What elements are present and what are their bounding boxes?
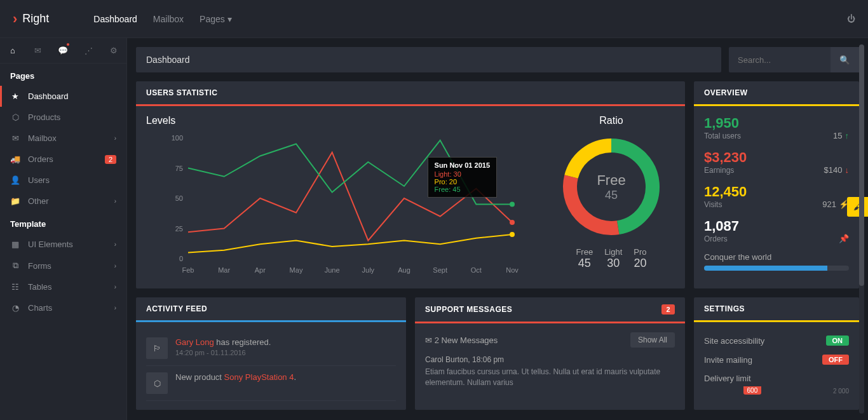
svg-text:0: 0 (179, 255, 183, 262)
user-icon: 👤 (10, 175, 20, 185)
ratio-legend: Free45 Light30 Pro20 (548, 247, 675, 270)
notification-dot (67, 43, 69, 46)
home-icon: ⌂ (10, 46, 15, 55)
svg-text:Mar: Mar (218, 266, 230, 274)
tab-settings[interactable]: ⚙ (101, 38, 126, 63)
copy-icon: ⧉ (10, 261, 20, 271)
sidebar-item-users[interactable]: 👤Users (0, 170, 126, 191)
envelope-icon: ✉ (10, 133, 20, 143)
svg-point-17 (510, 202, 515, 207)
panel-settings: SETTINGS Site accessibility ON Invite ma… (694, 297, 859, 410)
gear-icon: ⚙ (110, 46, 118, 55)
chevron-right-icon: › (114, 198, 116, 205)
svg-text:Feb: Feb (182, 266, 194, 274)
search-input[interactable] (729, 47, 831, 72)
theme-customizer-button[interactable]: 🖌 (847, 197, 868, 217)
tab-home[interactable]: ⌂ (0, 38, 25, 63)
star-icon: ★ (10, 91, 20, 101)
panel-activity: ACTIVITY FEED 🏳 Gary Long has registered… (136, 297, 406, 410)
sidebar-item-mailbox[interactable]: ✉Mailbox› (0, 128, 126, 149)
chat-icon: 💬 (58, 46, 68, 55)
sidebar-item-dashboard[interactable]: ★Dashboard (0, 86, 126, 107)
panel-header: SUPPORT MESSAGES2 (415, 297, 685, 323)
section-pages: Pages (0, 64, 126, 86)
nav-mailbox[interactable]: Mailbox (153, 14, 184, 24)
panel-header: USERS STATISTIC (136, 81, 685, 106)
chevron-right-icon: › (114, 135, 116, 142)
cube-icon: ⬡ (10, 112, 20, 122)
svg-text:50: 50 (175, 194, 183, 202)
svg-text:Oct: Oct (471, 266, 482, 274)
panel-users-statistic: USERS STATISTIC Levels 0255075100FebMarA… (136, 81, 685, 288)
page-title: Dashboard (136, 47, 721, 72)
search-button[interactable]: 🔍 (831, 47, 859, 72)
svg-point-15 (510, 220, 515, 225)
arrow-up-icon: ↑ (845, 131, 850, 140)
toggle-mailing[interactable]: OFF (822, 355, 849, 365)
ratio-title: Ratio (548, 115, 675, 126)
grid-icon: ▦ (10, 240, 20, 249)
panel-header: OVERVIEW (694, 81, 859, 106)
folder-icon: 📁 (10, 196, 20, 206)
envelope-icon: ✉ (34, 46, 41, 55)
overview-users-value: 1,950 (704, 115, 741, 132)
truck-icon: 🚚 (10, 154, 20, 164)
sidebar-item-products[interactable]: ⬡Products (0, 107, 126, 128)
toggle-accessibility[interactable]: ON (826, 335, 850, 346)
sidebar: ⌂ ✉ 💬 ⋰ ⚙ Pages ★Dashboard ⬡Products ✉Ma… (0, 38, 127, 420)
search-box: 🔍 (729, 47, 859, 72)
panel-header: SETTINGS (694, 297, 859, 322)
ratio-donut: Free 45 (560, 136, 662, 238)
chevron-right-icon: › (114, 283, 116, 290)
logo[interactable]: › Right (13, 11, 49, 27)
orders-badge: 2 (105, 155, 116, 164)
power-icon[interactable]: ⏻ (847, 14, 855, 24)
show-all-button[interactable]: Show All (630, 332, 675, 348)
nav-dashboard[interactable]: Dashboard (93, 14, 137, 24)
progress-bar (704, 266, 849, 271)
setting-accessibility: Site accessibility ON (704, 331, 849, 350)
support-badge: 2 (661, 304, 675, 315)
svg-text:100: 100 (172, 134, 183, 142)
scrollbar-thumb[interactable] (859, 44, 864, 286)
nav-pages[interactable]: Pages ▾ (200, 14, 232, 24)
brand-name: Right (22, 12, 49, 25)
tab-chat[interactable]: 💬 (51, 38, 76, 63)
sidebar-tabs: ⌂ ✉ 💬 ⋰ ⚙ (0, 38, 126, 64)
piechart-icon: ◔ (10, 303, 20, 313)
content: Dashboard 🔍 USERS STATISTIC Levels 02550… (127, 38, 868, 420)
pin-icon: 📌 (839, 234, 849, 243)
setting-mailing: Invite mailing OFF (704, 350, 849, 369)
flag-icon: 🏳 (146, 337, 168, 359)
caret-down-icon: ▾ (227, 14, 232, 24)
svg-text:May: May (290, 266, 303, 274)
tab-rss[interactable]: ⋰ (76, 38, 101, 63)
chevron-right-icon: › (114, 304, 116, 311)
sidebar-item-tables[interactable]: ☷Tables› (0, 276, 126, 297)
tab-mail[interactable]: ✉ (25, 38, 51, 63)
scrollbar[interactable] (859, 44, 864, 414)
svg-point-16 (510, 232, 515, 237)
chevron-right-icon: › (114, 241, 116, 248)
overview-visits-value: 12,450 (704, 184, 747, 200)
msg-count: ✉ 2 New Messages (425, 335, 498, 345)
activity-item: 🏳 Gary Long has registered. 14:20 pm - 0… (146, 331, 396, 366)
donut-center-value: 45 (597, 189, 625, 202)
sidebar-item-other[interactable]: 📁Other› (0, 191, 126, 212)
svg-text:75: 75 (175, 165, 183, 172)
envelope-icon: ✉ (425, 335, 435, 345)
chart-tooltip: Sun Nov 01 2015 Light: 30 Pro: 20 Free: … (428, 157, 497, 198)
svg-text:25: 25 (175, 225, 183, 233)
overview-earnings-value: $3,230 (704, 149, 747, 166)
sidebar-item-forms[interactable]: ⧉Forms› (0, 255, 126, 276)
support-message: Carol Burton, 18:06 pm Etiam faucibus cu… (425, 355, 675, 388)
sidebar-item-charts[interactable]: ◔Charts› (0, 297, 126, 318)
delivery-slider[interactable]: 600 2 000 (704, 388, 849, 395)
cube-icon: ⬡ (146, 372, 168, 394)
donut-center-label: Free (597, 172, 625, 189)
panel-header: ACTIVITY FEED (136, 297, 406, 322)
sidebar-item-ui[interactable]: ▦UI Elements› (0, 234, 126, 255)
svg-text:June: June (325, 266, 340, 274)
chevron-right-icon: › (13, 11, 17, 27)
sidebar-item-orders[interactable]: 🚚Orders2 (0, 149, 126, 170)
